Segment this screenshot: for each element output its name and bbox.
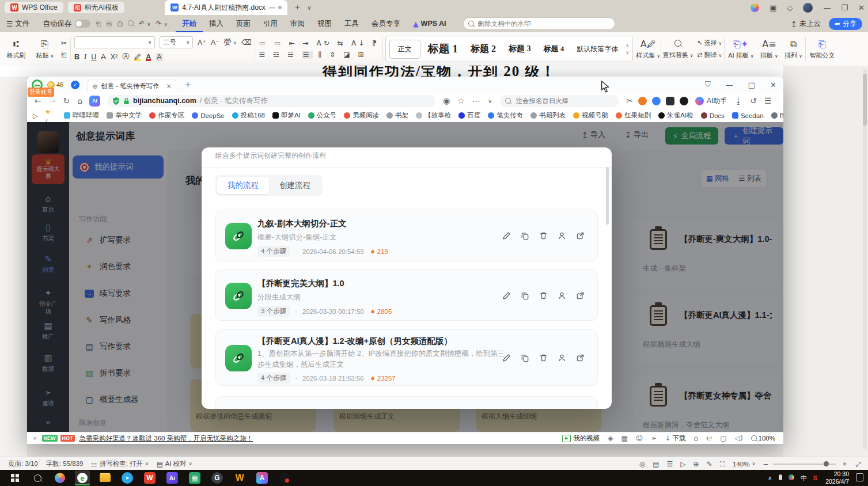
browser-close-button[interactable]: ✕: [770, 81, 776, 89]
game-center-icon[interactable]: ☺: [636, 434, 643, 442]
bookmark-male-reading[interactable]: 男频阅读: [344, 111, 379, 120]
distribute-icon[interactable]: ⫼: [319, 51, 324, 59]
taskbar-wps[interactable]: W: [142, 470, 157, 485]
single-page-icon[interactable]: ▤: [653, 460, 659, 468]
workflow-card[interactable]: 【乔断更AI真人漫】1.2-改编+原创（男女频适配版） 1、原创剧本从第一步脑洞…: [215, 329, 598, 386]
ai-assistant-icon[interactable]: [695, 97, 704, 105]
duplicate-icon[interactable]: [521, 291, 529, 300]
strikethrough-icon[interactable]: A: [101, 53, 105, 61]
wps-docer-tab[interactable]: 稻 稻壳AI模板: [68, 2, 124, 13]
share-button[interactable]: ➦ 分享: [829, 18, 862, 30]
document-scrollbar[interactable]: [863, 69, 867, 449]
address-bar[interactable]: bijianchuanqi.com / 创意 - 笔尖传奇写作: [107, 95, 435, 107]
wps-account-avatar[interactable]: [803, 3, 813, 13]
duplicate-icon[interactable]: [521, 231, 529, 240]
more-options-icon[interactable]: ⋯: [472, 96, 480, 105]
copy-icon[interactable]: ⎗: [61, 51, 67, 59]
edit-icon[interactable]: [502, 354, 511, 362]
windows-stack-icon[interactable]: ▣: [770, 3, 776, 12]
cloud-status[interactable]: ↥ 未上云: [791, 19, 821, 29]
active-page-tab[interactable]: ⊕ 创意 - 笔尖传奇写作 ✕: [88, 79, 176, 93]
eye-protect-icon[interactable]: ◎: [639, 460, 645, 468]
notification-center-icon[interactable]: [856, 473, 863, 483]
side-panel-icon[interactable]: ▷: [33, 112, 38, 120]
promo-link[interactable]: 急需采购好渠道？速戳进 360 采购帮，开启无忧采购之旅！: [79, 434, 253, 443]
download-manager-button[interactable]: ↓下载: [665, 434, 685, 443]
cut-icon[interactable]: ✂: [61, 39, 67, 47]
share-user-icon[interactable]: [558, 231, 566, 240]
bookmark-bilibili[interactable]: 哔哩哔哩: [64, 111, 99, 120]
wps-restore-button[interactable]: ❐: [841, 3, 848, 12]
speaker-icon[interactable]: ◁): [735, 434, 743, 442]
bookmark-official-account[interactable]: 公众号: [308, 111, 337, 120]
refresh-icon[interactable]: ↻: [63, 96, 70, 105]
open-external-icon[interactable]: [576, 291, 585, 300]
wps-search-input[interactable]: [477, 20, 594, 28]
zoom-slider[interactable]: [773, 464, 836, 465]
browser-minimize-button[interactable]: —: [726, 81, 733, 89]
delete-icon[interactable]: [539, 291, 548, 300]
share-user-icon[interactable]: [558, 291, 566, 300]
numbered-list-icon[interactable]: ≕: [274, 39, 283, 47]
bookmark-booklist[interactable]: 书籍列表: [530, 111, 566, 120]
taskbar-music-app[interactable]: [277, 470, 292, 485]
tray-color-icon[interactable]: [789, 474, 794, 481]
format-painter-button[interactable]: ⑆格式刷: [3, 39, 29, 60]
wps-document-tab[interactable]: W 4.7-AI真人剧过稿指南.docx ▭: [165, 0, 287, 15]
taskbar-search-button[interactable]: [30, 470, 45, 485]
bookmark-baidu[interactable]: 百度: [458, 111, 480, 120]
menu-tab-tools[interactable]: 工具: [338, 15, 365, 32]
window-split-icon[interactable]: ▢: [720, 434, 726, 442]
increase-indent-icon[interactable]: ⇥: [303, 39, 311, 47]
workflow-card-partial[interactable]: [215, 396, 598, 409]
browser-account-icon[interactable]: ✓: [71, 81, 79, 89]
delete-icon[interactable]: [539, 354, 548, 362]
style-default-font[interactable]: 默认段落字体: [571, 43, 623, 55]
tab-list-chevron-icon[interactable]: ∨: [307, 5, 311, 11]
undo-icon[interactable]: ↶ ∨: [139, 20, 150, 28]
open-external-icon[interactable]: [576, 231, 585, 240]
phonetic-guide-icon[interactable]: 嫈 ∨: [224, 37, 237, 47]
screenshot-scissors-icon[interactable]: ✂: [626, 96, 633, 105]
justify-icon[interactable]: ☰: [302, 51, 313, 59]
translate-tool[interactable]: ⇄ 翻译 ∨: [697, 51, 722, 59]
bullet-list-icon[interactable]: ≔: [259, 39, 268, 47]
home-icon[interactable]: ⌂: [77, 96, 82, 105]
tray-expand-chevron[interactable]: ∧: [768, 474, 772, 482]
bookmark-bijianchuanqi[interactable]: 笔尖传奇: [488, 111, 523, 120]
save-icon[interactable]: ⎗: [96, 20, 101, 28]
reading-mode-icon[interactable]: ▭: [269, 4, 275, 12]
show-marks-icon[interactable]: ⁋: [372, 39, 379, 47]
outline-view-icon[interactable]: ☰: [667, 460, 673, 468]
align-left-icon[interactable]: ☰: [259, 51, 267, 59]
wps-minimize-button[interactable]: —: [823, 3, 831, 12]
restore-session-icon[interactable]: ↺: [750, 96, 757, 105]
taskbar-telegram[interactable]: ➤: [120, 470, 135, 485]
paste-button[interactable]: ⎘粘贴 ∨: [32, 39, 58, 60]
edit-icon[interactable]: [502, 231, 511, 240]
puzzle-extension-icon[interactable]: [680, 97, 688, 105]
word-count[interactable]: 字数: 55/839: [46, 460, 84, 468]
browser-maximize-button[interactable]: □: [748, 81, 755, 89]
style-heading1[interactable]: 标题 1: [423, 40, 463, 58]
char-spacing-icon[interactable]: ⇆: [338, 39, 346, 47]
blue-extension-icon[interactable]: [652, 97, 661, 105]
ime-indicator[interactable]: 中: [801, 474, 807, 483]
file-menu[interactable]: ☰文件: [0, 15, 36, 32]
align-right-icon[interactable]: ☱: [287, 51, 296, 59]
edit-icon[interactable]: [502, 291, 511, 300]
align-center-icon[interactable]: ☲: [273, 51, 282, 59]
edit-mode-icon[interactable]: ✎: [707, 460, 712, 468]
browser-ai-icon[interactable]: AI: [89, 96, 100, 107]
bookmark-zhangzhong[interactable]: 掌中文学: [107, 111, 142, 120]
site-info-icon[interactable]: ◉: [443, 96, 450, 105]
task-view-button[interactable]: [52, 470, 67, 485]
zoom-level[interactable]: 140%∨: [733, 461, 755, 468]
taskbar-clock[interactable]: 20:30 2026/4/7: [825, 470, 849, 485]
select-tool[interactable]: ↖ 选择 ∨: [697, 39, 722, 47]
char-shading-icon[interactable]: A: [156, 53, 162, 61]
bookmark-story[interactable]: 【故事枪: [416, 111, 451, 120]
browser-menu-icon[interactable]: ☰: [764, 96, 772, 105]
bookmark-bstation[interactable]: B站软件: [771, 111, 783, 120]
page-zoom-control[interactable]: 100%: [751, 435, 775, 442]
